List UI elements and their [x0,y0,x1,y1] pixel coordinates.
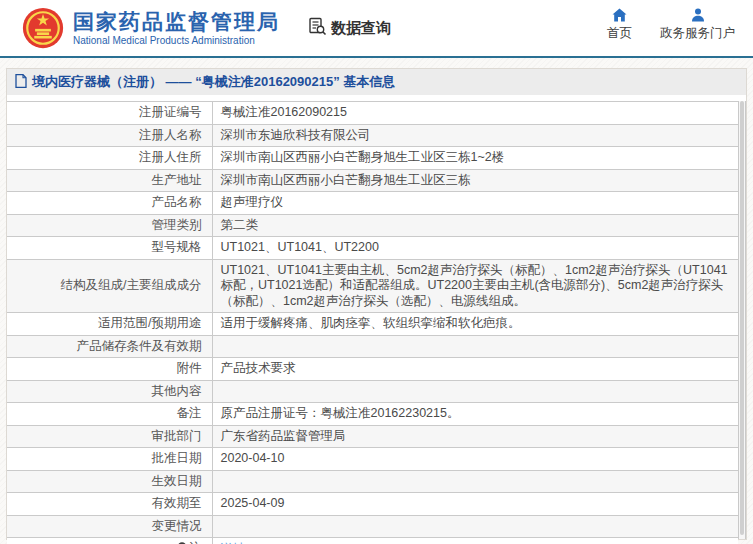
detail-panel: 境内医疗器械（注册） —— “粤械注准20162090215” 基本信息 注册证… [6,68,747,540]
table-row: 产品储存条件及有效期 [7,335,738,358]
row-label-text: 管理类别 [152,218,202,232]
table-row: 批准日期 2020-04-10 [7,448,738,471]
row-label: 产品储存条件及有效期 [7,335,212,358]
row-label-text: 生效日期 [152,474,202,488]
document-search-icon [308,17,327,39]
brand[interactable]: 国家药品监督管理局 National Medical Products Admi… [22,7,280,49]
table-row: 管理类别 第二类 [7,214,738,237]
vertical-scrollbar[interactable] [738,101,746,539]
row-label-text: 注册人住所 [139,150,202,164]
person-icon [691,8,705,22]
table-row: 注册证编号 粤械注准20162090215 [7,102,738,125]
home-icon [612,8,627,22]
row-label-text: 产品储存条件及有效期 [77,339,202,353]
row-value: 2025-04-09 [212,493,738,516]
national-emblem-logo [22,7,64,49]
row-label-text: 附件 [177,361,202,375]
main-content: 境内医疗器械（注册） —— “粤械注准20162090215” 基本信息 注册证… [0,68,753,540]
row-label: 变更情况 [7,515,212,538]
table-row: 型号规格 UT1021、UT1041、UT2200 [7,237,738,260]
page-title: 境内医疗器械（注册） —— “粤械注准20162090215” 基本信息 [32,73,395,91]
row-value [212,335,738,358]
row-value: 适用于缓解疼痛、肌肉痉挛、软组织挛缩和软化疤痕。 [212,313,738,336]
row-value: 广东省药品监督管理局 [212,425,738,448]
page-doc-icon [15,74,27,91]
row-label: 注册人名称 [7,124,212,147]
row-value: UT1021、UT1041、UT2200 [212,237,738,260]
brand-text: 国家药品监督管理局 National Medical Products Admi… [73,10,280,47]
row-label: 型号规格 [7,237,212,260]
table-row: 变更情况 [7,515,738,538]
row-label: 结构及组成/主要组成成分 [7,259,212,313]
table-row: 生效日期 [7,470,738,493]
row-value: 粤械注准20162090215 [212,102,738,125]
site-subtitle: National Medical Products Administration [73,34,280,47]
row-label-text: 注册证编号 [139,105,202,119]
table-row: 附件 产品技术要求 [7,358,738,381]
site-title: 国家药品监督管理局 [73,10,280,34]
table-row: 有效期至 2025-04-09 [7,493,738,516]
row-label-text: 变更情况 [152,519,202,533]
row-value: 第二类 [212,214,738,237]
row-label-text: 注册人名称 [139,128,202,142]
table-row: 结构及组成/主要组成成分 UT1021、UT1041主要由主机、5cm2超声治疗… [7,259,738,313]
row-label: 审批部门 [7,425,212,448]
table-row: 注册人名称 深圳市东迪欣科技有限公司 [7,124,738,147]
row-label-text: 批准日期 [152,451,202,465]
info-table-body: 注册证编号 粤械注准20162090215 注册人名称 深圳市东迪欣科技有限公司… [7,102,738,544]
row-label: 产品名称 [7,192,212,215]
row-label-text: 其他内容 [152,384,202,398]
scrollbar-thumb[interactable] [740,101,744,535]
row-label: 其他内容 [7,380,212,403]
row-label-text: 备注 [177,406,202,420]
row-value: UT1021、UT1041主要由主机、5cm2超声治疗探头（标配）、1cm2超声… [212,259,738,313]
row-label: 有效期至 [7,493,212,516]
row-value: 超声理疗仪 [212,192,738,215]
row-label: 注 [7,538,212,544]
table-row: 其他内容 [7,380,738,403]
row-value: 原产品注册证号：粤械注准20162230215。 [212,403,738,426]
row-label: 批准日期 [7,448,212,471]
row-label: 管理类别 [7,214,212,237]
row-value: 深圳市南山区西丽小白芒翻身旭生工业区三栋1~2楼 [212,147,738,170]
row-value: 产品技术要求 [212,358,738,381]
page: 国家药品监督管理局 National Medical Products Admi… [0,0,753,540]
site-header: 国家药品监督管理局 National Medical Products Admi… [0,0,753,58]
row-label-text: 适用范围/预期用途 [98,316,201,330]
registration-info-table: 注册证编号 粤械注准20162090215 注册人名称 深圳市东迪欣科技有限公司… [7,101,738,544]
row-value [212,380,738,403]
panel-title-bar: 境内医疗器械（注册） —— “粤械注准20162090215” 基本信息 [7,69,746,95]
row-value: 深圳市南山区西丽小白芒翻身旭生工业区三栋 [212,169,738,192]
table-row: 适用范围/预期用途 适用于缓解疼痛、肌肉痉挛、软组织挛缩和软化疤痕。 [7,313,738,336]
row-label: 适用范围/预期用途 [7,313,212,336]
header-nav: 首页 政务服务门户 [607,8,735,42]
table-row: 备注 原产品注册证号：粤械注准20162230215。 [7,403,738,426]
row-label: 注册人住所 [7,147,212,170]
nav-home[interactable]: 首页 [607,8,632,42]
row-value [212,470,738,493]
row-value: 详情 [212,538,738,544]
data-query-label: 数据查询 [331,19,391,38]
table-row: 审批部门 广东省药品监督管理局 [7,425,738,448]
row-label-text: 结构及组成/主要组成成分 [61,278,202,292]
table-row: 产品名称 超声理疗仪 [7,192,738,215]
row-value [212,515,738,538]
nav-home-label: 首页 [607,25,632,42]
row-value: 深圳市东迪欣科技有限公司 [212,124,738,147]
row-label-text: 产品名称 [152,195,202,209]
data-query-tab[interactable]: 数据查询 [308,17,391,39]
row-label-text: 审批部门 [152,429,202,443]
row-label: 生产地址 [7,169,212,192]
table-row: 生产地址 深圳市南山区西丽小白芒翻身旭生工业区三栋 [7,169,738,192]
row-value: 2020-04-10 [212,448,738,471]
table-row: 注册人住所 深圳市南山区西丽小白芒翻身旭生工业区三栋1~2楼 [7,147,738,170]
nav-portal-label: 政务服务门户 [660,25,735,42]
row-label: 注册证编号 [7,102,212,125]
table-row: 注 详情 [7,538,738,544]
table-wrap: 注册证编号 粤械注准20162090215 注册人名称 深圳市东迪欣科技有限公司… [7,101,746,539]
row-label-text: 型号规格 [152,240,202,254]
row-label: 生效日期 [7,470,212,493]
row-label: 附件 [7,358,212,381]
row-label-text: 有效期至 [152,496,202,510]
nav-portal[interactable]: 政务服务门户 [660,8,735,42]
